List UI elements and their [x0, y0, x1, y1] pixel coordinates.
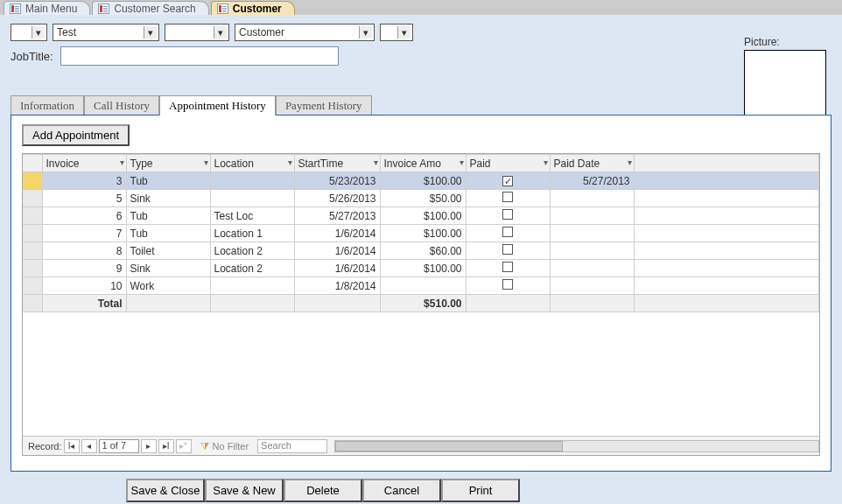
cell[interactable]: $50.00 [380, 190, 466, 207]
cell[interactable]: Location 1 [210, 225, 294, 242]
cell[interactable]: 3 [42, 172, 126, 190]
table-row[interactable]: 7TubLocation 11/6/2014$100.00 [23, 225, 819, 242]
delete-button[interactable]: Delete [284, 479, 362, 502]
cell[interactable]: Sink [126, 190, 210, 207]
tab-payment-history[interactable]: Payment History [276, 95, 372, 116]
add-appointment-button[interactable]: Add Appointment [22, 124, 130, 146]
cell[interactable] [550, 190, 634, 207]
cell[interactable]: Tub [126, 225, 210, 242]
print-button[interactable]: Print [441, 479, 520, 502]
cell[interactable] [550, 277, 634, 295]
tab-call-history[interactable]: Call History [84, 95, 159, 116]
cell[interactable] [550, 207, 634, 225]
cell[interactable]: 7 [42, 225, 126, 242]
column-header-location[interactable]: Location▾ [210, 155, 294, 172]
row-handle[interactable] [23, 277, 42, 295]
table-row[interactable]: 8ToiletLocation 21/6/2014$60.00 [23, 242, 819, 260]
cell[interactable]: $60.00 [380, 242, 466, 260]
cell[interactable]: $100.00 [380, 260, 466, 277]
nav-next-button[interactable]: ▸ [141, 439, 157, 453]
cell[interactable]: Sink [126, 260, 210, 277]
cell[interactable]: 8 [42, 242, 126, 260]
save-close-button[interactable]: Save & Close [126, 479, 205, 502]
paid-checkbox-cell[interactable]: ✓ [466, 172, 550, 190]
column-header-invoice-amo[interactable]: Invoice Amo▾ [380, 155, 466, 172]
cell[interactable] [380, 277, 466, 295]
paid-checkbox-cell[interactable] [466, 207, 550, 225]
row-handle[interactable] [23, 260, 42, 277]
table-row[interactable]: 9SinkLocation 21/6/2014$100.00 [23, 260, 819, 277]
paid-checkbox-cell[interactable] [466, 190, 550, 207]
cell[interactable]: $100.00 [380, 225, 466, 242]
save-new-button[interactable]: Save & New [205, 479, 284, 502]
jobtitle-input[interactable] [60, 46, 339, 66]
cell[interactable] [550, 242, 634, 260]
row-handle[interactable] [23, 172, 42, 190]
cell[interactable]: Location 2 [210, 260, 294, 277]
row-handle[interactable] [23, 242, 42, 260]
cell[interactable]: 10 [42, 277, 126, 295]
row-handle[interactable] [23, 225, 42, 242]
suffix-combo[interactable] [380, 24, 413, 41]
checkbox[interactable] [502, 192, 513, 202]
cell[interactable]: 1/8/2014 [294, 277, 380, 295]
cell[interactable] [210, 172, 294, 190]
paid-checkbox-cell[interactable] [466, 225, 550, 242]
doc-tab-customer-search[interactable]: Customer Search [92, 1, 208, 15]
table-row[interactable]: 10Work1/8/2014 [23, 277, 819, 295]
filter-indicator[interactable]: ⧩ No Filter [200, 440, 249, 452]
cell[interactable]: 1/6/2014 [294, 225, 380, 242]
cell[interactable]: $100.00 [380, 207, 466, 225]
column-header-paid[interactable]: Paid▾ [466, 155, 550, 172]
column-header-starttime[interactable]: StartTime▾ [294, 155, 380, 172]
doc-tab-customer[interactable]: Customer [211, 1, 295, 15]
cell[interactable]: Location 2 [210, 242, 294, 260]
cell[interactable] [550, 225, 634, 242]
cell[interactable]: 9 [42, 260, 126, 277]
horizontal-scrollbar[interactable] [334, 440, 819, 452]
search-box[interactable]: Search [257, 439, 327, 453]
cell[interactable]: Toilet [126, 242, 210, 260]
select-all-handle[interactable] [23, 155, 42, 172]
cell[interactable]: 1/6/2014 [294, 260, 380, 277]
cell[interactable]: 5/27/2013 [550, 172, 634, 190]
cell[interactable]: Work [126, 277, 210, 295]
nav-first-button[interactable]: I◂ [64, 439, 80, 453]
column-header-invoice[interactable]: Invoice▾ [42, 155, 126, 172]
nav-new-button[interactable]: ▸* [176, 439, 192, 453]
cell[interactable] [550, 260, 634, 277]
cell[interactable]: 5/27/2013 [294, 207, 380, 225]
checkbox[interactable] [502, 244, 513, 255]
middle-combo[interactable] [165, 24, 229, 41]
table-row[interactable]: 3Tub5/23/2013$100.00✓5/27/2013 [23, 172, 819, 190]
cell[interactable]: Tub [126, 207, 210, 225]
checkbox[interactable] [502, 227, 513, 237]
cell[interactable]: $100.00 [380, 172, 466, 190]
checkbox[interactable]: ✓ [502, 176, 513, 186]
first-name-combo[interactable]: Test [53, 24, 159, 41]
tab-appointment-history[interactable]: Appointment History [159, 95, 276, 116]
table-row[interactable]: 5Sink5/26/2013$50.00 [23, 190, 819, 207]
row-handle[interactable] [23, 190, 42, 207]
cell[interactable] [210, 190, 294, 207]
doc-tab-main-menu[interactable]: Main Menu [4, 1, 90, 15]
cancel-button[interactable]: Cancel [362, 479, 441, 502]
cell[interactable]: 5/23/2013 [294, 172, 380, 190]
tab-information[interactable]: Information [11, 95, 84, 116]
row-handle[interactable] [23, 207, 42, 225]
cell[interactable]: 6 [42, 207, 126, 225]
cell[interactable]: Test Loc [210, 207, 294, 225]
paid-checkbox-cell[interactable] [466, 242, 550, 260]
cell[interactable]: 5 [42, 190, 126, 207]
paid-checkbox-cell[interactable] [466, 260, 550, 277]
picture-frame[interactable] [744, 50, 826, 120]
checkbox[interactable] [502, 209, 513, 220]
record-position[interactable]: 1 of 7 [99, 439, 139, 453]
cell[interactable]: 5/26/2013 [294, 190, 380, 207]
cell[interactable]: 1/6/2014 [294, 242, 380, 260]
cell[interactable] [210, 277, 294, 295]
cell[interactable]: Tub [126, 172, 210, 190]
table-row[interactable]: 6TubTest Loc5/27/2013$100.00 [23, 207, 819, 225]
checkbox[interactable] [502, 262, 513, 272]
column-header-paid-date[interactable]: Paid Date▾ [550, 155, 634, 172]
